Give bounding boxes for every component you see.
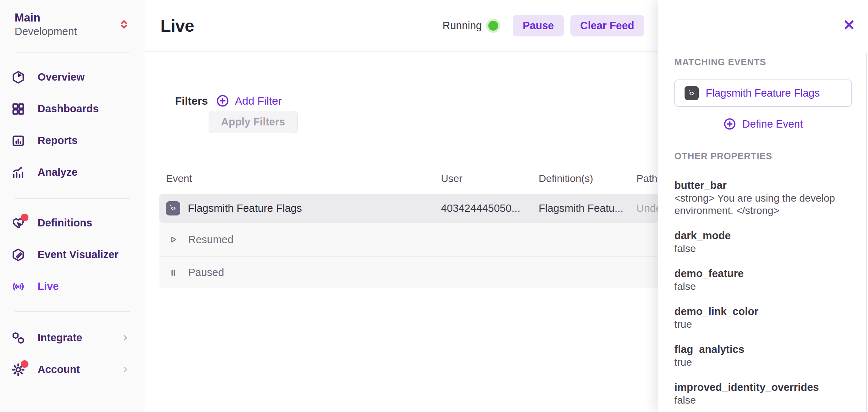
sidebar-item-label: Definitions	[38, 217, 92, 229]
filters-label: Filters	[175, 95, 208, 107]
feed-row-resumed[interactable]: Resumed	[159, 223, 658, 256]
property-item: demo_feature false	[674, 267, 852, 293]
feed-status-label: Paused	[188, 267, 224, 279]
add-filter-label: Add Filter	[235, 95, 282, 107]
sidebar-item-overview[interactable]: Overview	[0, 61, 145, 93]
matching-events-heading: MATCHING EVENTS	[674, 57, 852, 67]
plus-circle-icon	[723, 117, 736, 131]
define-event-button[interactable]: Define Event	[721, 116, 805, 132]
sidebar-item-analyze[interactable]: Analyze	[0, 156, 145, 188]
filters-section: Filters Add Filter Apply Filters	[145, 52, 658, 163]
property-name: improved_identity_overrides	[674, 381, 852, 394]
reports-icon	[11, 133, 26, 148]
property-item: dark_mode false	[674, 229, 852, 255]
sidebar-item-label: Reports	[38, 135, 78, 147]
column-header-user: User	[435, 173, 532, 184]
property-value: false	[674, 394, 852, 407]
clear-feed-button[interactable]: Clear Feed	[570, 15, 644, 36]
property-item: improved_identity_overrides false	[674, 381, 852, 407]
notification-dot	[21, 214, 28, 221]
header-actions: Running Pause Clear Feed	[442, 15, 644, 36]
pause-bars-icon	[168, 268, 178, 278]
column-header-definitions: Definition(s)	[532, 173, 630, 184]
event-path: Undefined	[630, 202, 658, 214]
properties-list: butter_bar <strong> You are using the de…	[674, 179, 852, 407]
table-row-event[interactable]: Flagsmith Feature Flags 403424445050... …	[159, 194, 658, 223]
sidebar-item-event-visualizer[interactable]: Event Visualizer	[0, 239, 145, 271]
close-icon[interactable]	[842, 18, 856, 31]
event-details-panel: MATCHING EVENTS Flagsmith Feature Flags …	[658, 0, 868, 412]
event-visualizer-icon	[11, 248, 26, 262]
sidebar-item-integrate[interactable]: Integrate	[0, 322, 145, 354]
sidebar-item-label: Live	[38, 280, 59, 292]
sidebar-item-label: Integrate	[38, 332, 82, 344]
sidebar: Main Development Overview Dashboards	[0, 0, 145, 412]
matching-event-card[interactable]: Flagsmith Feature Flags	[674, 79, 852, 107]
sidebar-nav-settings: Integrate Account	[0, 312, 145, 385]
notification-dot	[21, 360, 28, 368]
property-item: flag_analytics true	[674, 343, 852, 369]
property-value: true	[674, 318, 852, 331]
feed-rows: Flagsmith Feature Flags 403424445050... …	[159, 194, 658, 288]
live-feed: Event User Definition(s) Path Flagsmith …	[145, 163, 658, 288]
integrate-icon	[11, 331, 26, 345]
add-filter-button[interactable]: Add Filter	[216, 94, 282, 108]
chevron-right-icon	[120, 365, 130, 374]
sidebar-item-label: Event Visualizer	[38, 249, 119, 261]
definitions-icon	[11, 216, 26, 230]
live-broadcast-icon	[11, 279, 26, 294]
sidebar-item-live[interactable]: Live	[0, 271, 145, 302]
sidebar-item-definitions[interactable]: Definitions	[0, 207, 145, 239]
custom-event-icon	[685, 86, 699, 100]
matching-event-name: Flagsmith Feature Flags	[706, 87, 820, 99]
status-dot-icon	[488, 21, 498, 31]
sidebar-nav-data: Definitions Event Visualizer Live	[0, 199, 145, 302]
play-icon	[168, 234, 178, 245]
scrollbar[interactable]	[866, 53, 867, 412]
property-item: demo_link_color true	[674, 305, 852, 331]
property-name: demo_link_color	[674, 305, 852, 318]
define-event-label: Define Event	[742, 118, 803, 130]
sidebar-item-label: Overview	[38, 71, 85, 83]
other-properties-heading: OTHER PROPERTIES	[674, 151, 852, 162]
chevron-up-down-icon	[118, 18, 130, 31]
property-name: dark_mode	[674, 229, 852, 242]
gear-icon	[11, 362, 26, 377]
event-definitions: Flagsmith Featu...	[532, 202, 630, 214]
pause-button[interactable]: Pause	[513, 15, 563, 36]
sidebar-item-account[interactable]: Account	[0, 354, 145, 385]
property-name: demo_feature	[674, 267, 852, 280]
sidebar-item-reports[interactable]: Reports	[0, 125, 145, 156]
column-header-event: Event	[159, 173, 435, 184]
app-window: Main Development Overview Dashboards	[0, 0, 868, 412]
chevron-right-icon	[120, 333, 130, 343]
apply-filters-button[interactable]: Apply Filters	[209, 111, 298, 133]
event-name: Flagsmith Feature Flags	[188, 202, 302, 214]
property-value: false	[674, 242, 852, 255]
feed-status-label: Resumed	[188, 234, 233, 246]
plus-circle-icon	[216, 94, 229, 108]
feed-row-paused[interactable]: Paused	[159, 256, 658, 288]
org-name: Main	[15, 11, 77, 25]
property-name: flag_analytics	[674, 343, 852, 356]
org-environment-selector[interactable]: Main Development	[0, 0, 145, 38]
column-header-path: Path	[630, 173, 658, 184]
page-title: Live	[160, 16, 194, 36]
main-content: Live Running Pause Clear Feed Filters Ad…	[145, 0, 658, 412]
analyze-icon	[11, 165, 26, 180]
event-user-id: 403424445050...	[435, 202, 532, 214]
page-header: Live Running Pause Clear Feed	[145, 0, 658, 52]
property-value: <strong> You are using the develop envir…	[674, 192, 852, 217]
sidebar-nav-primary: Overview Dashboards Reports Analyze	[0, 53, 145, 188]
sidebar-item-label: Analyze	[38, 166, 78, 178]
property-name: butter_bar	[674, 179, 852, 192]
property-value: false	[674, 280, 852, 293]
table-header-row: Event User Definition(s) Path	[159, 163, 658, 194]
sidebar-item-dashboards[interactable]: Dashboards	[0, 93, 145, 125]
property-value: true	[674, 356, 852, 369]
dashboards-icon	[11, 102, 26, 116]
property-item: butter_bar <strong> You are using the de…	[674, 179, 852, 217]
overview-icon	[11, 70, 26, 85]
environment-name: Development	[15, 25, 77, 38]
sidebar-item-label: Dashboards	[38, 103, 99, 115]
